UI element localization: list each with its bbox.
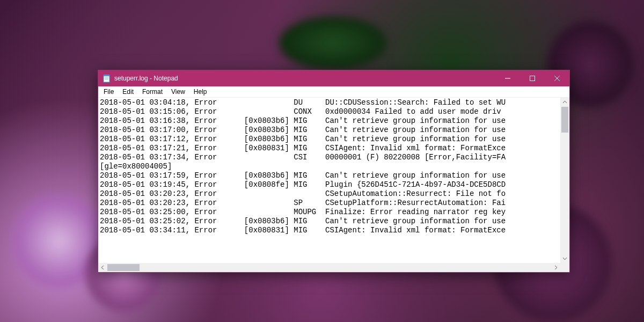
desktop-wallpaper: setuperr.log - Notepad File Edit Format … xyxy=(0,0,644,322)
wallpaper-leaf xyxy=(279,16,386,70)
hscroll-thumb[interactable] xyxy=(107,264,140,271)
svg-rect-1 xyxy=(104,75,109,76)
titlebar[interactable]: setuperr.log - Notepad xyxy=(98,70,569,86)
menu-help[interactable]: Help xyxy=(189,87,211,97)
vertical-scrollbar[interactable] xyxy=(560,98,569,263)
text-content[interactable]: 2018-05-01 03:04:18, Error DU DU::CDUSes… xyxy=(98,98,569,263)
scroll-left-arrow-icon[interactable] xyxy=(98,263,107,272)
menu-file[interactable]: File xyxy=(99,87,118,97)
scroll-down-arrow-icon[interactable] xyxy=(560,254,569,263)
editor-area: 2018-05-01 03:04:18, Error DU DU::CDUSes… xyxy=(98,98,569,272)
scroll-corner xyxy=(560,263,569,272)
vscroll-thumb[interactable] xyxy=(561,107,568,133)
notepad-icon xyxy=(103,74,111,83)
horizontal-scrollbar[interactable] xyxy=(98,263,560,272)
menubar: File Edit Format View Help xyxy=(98,86,569,98)
window-title: setuperr.log - Notepad xyxy=(114,75,178,82)
close-button[interactable] xyxy=(545,70,569,86)
scroll-up-arrow-icon[interactable] xyxy=(560,98,569,107)
menu-edit[interactable]: Edit xyxy=(118,87,138,97)
menu-format[interactable]: Format xyxy=(138,87,167,97)
hscroll-track[interactable] xyxy=(107,263,551,272)
maximize-button[interactable] xyxy=(520,70,545,86)
menu-view[interactable]: View xyxy=(167,87,189,97)
svg-rect-0 xyxy=(104,76,109,82)
svg-rect-6 xyxy=(530,76,535,81)
notepad-window: setuperr.log - Notepad File Edit Format … xyxy=(98,70,570,273)
scroll-right-arrow-icon[interactable] xyxy=(551,263,560,272)
minimize-button[interactable] xyxy=(495,70,520,86)
vscroll-track[interactable] xyxy=(560,107,569,254)
